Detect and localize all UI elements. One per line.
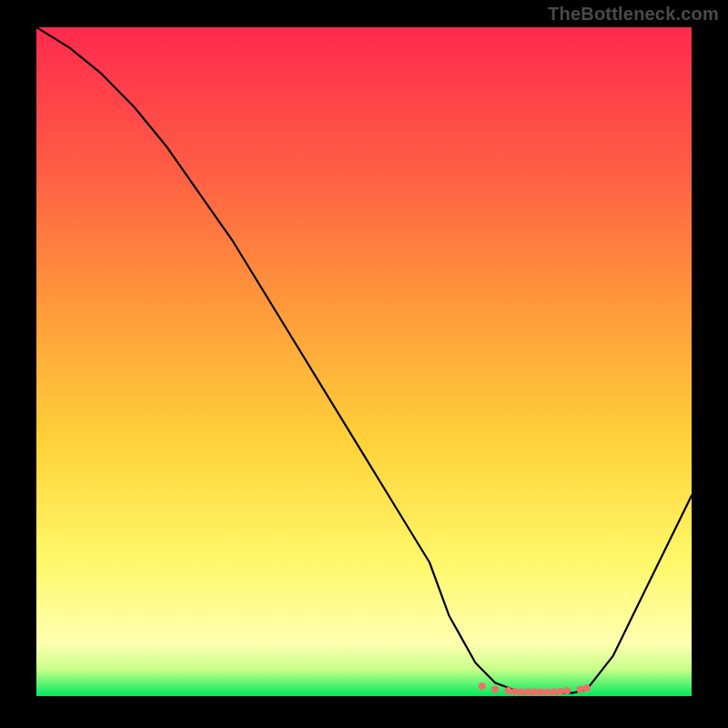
marker-dot	[537, 689, 544, 696]
marker-dot	[518, 689, 525, 696]
marker-dot	[491, 686, 499, 693]
marker-dot	[524, 689, 531, 696]
marker-dot	[504, 687, 511, 694]
marker-dot	[531, 689, 538, 696]
chart-svg	[36, 27, 692, 696]
marker-dot	[511, 688, 519, 695]
marker-dot	[563, 687, 571, 694]
marker-dot	[551, 689, 558, 696]
chart-frame: TheBottleneck.com	[0, 0, 728, 728]
marker-dot	[479, 682, 486, 690]
watermark-label: TheBottleneck.com	[548, 4, 719, 25]
plot-area	[36, 27, 692, 696]
marker-dot	[583, 684, 591, 692]
gradient-background	[36, 27, 692, 696]
marker-dot	[544, 689, 551, 696]
marker-dot	[577, 686, 584, 693]
marker-dot	[557, 688, 564, 695]
